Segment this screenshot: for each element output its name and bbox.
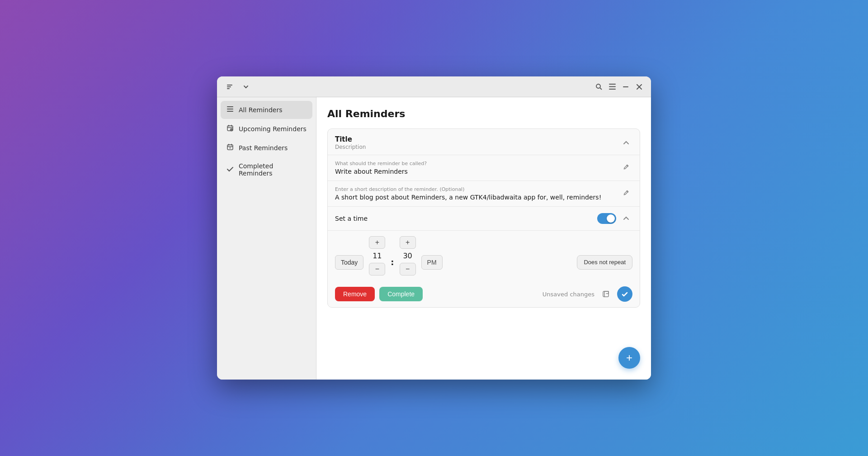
past-icon — [226, 143, 234, 152]
all-reminders-icon — [226, 105, 234, 114]
repeat-label: Does not repeat — [584, 259, 626, 266]
complete-button[interactable]: Complete — [379, 287, 423, 301]
save-button[interactable] — [617, 286, 632, 302]
desc-value: A short blog post about Reminders, a new… — [335, 194, 616, 201]
ampm-value: PM — [427, 259, 437, 266]
minimize-button[interactable] — [619, 81, 632, 93]
desc-label: Enter a short description of the reminde… — [335, 186, 616, 192]
svg-rect-2 — [227, 88, 230, 89]
svg-rect-6 — [609, 86, 616, 87]
hour-decrement[interactable]: − — [369, 263, 385, 276]
unsaved-changes: Unsaved changes — [542, 286, 632, 302]
minimize-icon — [623, 86, 628, 87]
time-picker-row: Today + 11 − : + 30 − — [328, 231, 640, 281]
name-label: What should the reminder be called? — [335, 161, 427, 166]
name-field: What should the reminder be called? Writ… — [335, 161, 427, 175]
time-section-header: Set a time — [328, 207, 640, 231]
svg-line-4 — [600, 88, 602, 90]
reminder-card: Title Description What should the remi — [327, 128, 640, 308]
repeat-button[interactable]: Does not repeat — [577, 255, 632, 270]
titlebar — [217, 76, 651, 97]
titlebar-left — [222, 80, 253, 94]
desc-edit-button[interactable] — [620, 186, 632, 199]
sidebar: All Reminders Upcoming Reminders — [217, 97, 316, 380]
svg-rect-29 — [603, 291, 609, 297]
close-icon — [637, 84, 642, 90]
action-row: Remove Complete Unsaved changes — [328, 281, 640, 307]
date-button[interactable]: Today — [335, 255, 363, 270]
search-icon — [595, 83, 602, 90]
dropdown-button[interactable] — [239, 80, 253, 94]
hamburger-icon — [609, 84, 616, 90]
title-section: Title Description — [328, 129, 640, 155]
name-edit-button[interactable] — [620, 161, 632, 173]
svg-rect-22 — [227, 145, 233, 150]
check-icon — [621, 290, 628, 298]
chevron-down-icon — [243, 84, 249, 90]
time-colon: : — [391, 257, 394, 267]
svg-rect-0 — [227, 85, 232, 86]
sort-icon — [226, 83, 233, 90]
svg-rect-5 — [609, 84, 616, 85]
time-toggle[interactable] — [597, 213, 616, 224]
menu-button[interactable] — [606, 81, 618, 93]
upcoming-icon — [226, 124, 234, 133]
date-value: Today — [341, 259, 358, 266]
titlebar-controls — [592, 81, 646, 93]
svg-rect-13 — [227, 111, 233, 112]
minute-increment[interactable]: + — [400, 236, 416, 249]
close-button[interactable] — [633, 81, 646, 93]
section-subtitle: Description — [335, 144, 366, 150]
sidebar-item-all-label: All Reminders — [239, 106, 282, 114]
desc-field-row: Enter a short description of the reminde… — [328, 181, 640, 207]
main-content: All Reminders Upcoming Reminders — [217, 97, 651, 380]
name-value: Write about Reminders — [335, 168, 427, 175]
remove-button[interactable]: Remove — [335, 287, 375, 301]
hour-block: + 11 − — [369, 236, 385, 276]
svg-rect-1 — [227, 86, 231, 87]
time-collapse-button[interactable] — [620, 212, 632, 225]
svg-point-3 — [596, 84, 600, 88]
discard-icon — [602, 290, 609, 298]
title-section-labels: Title Description — [335, 135, 366, 150]
sidebar-item-all[interactable]: All Reminders — [221, 101, 312, 119]
add-fab-icon: + — [626, 352, 632, 364]
pencil-icon — [623, 164, 629, 170]
add-fab[interactable]: + — [618, 347, 640, 369]
page-title: All Reminders — [327, 108, 640, 119]
pencil-icon-desc — [623, 190, 629, 196]
svg-rect-14 — [228, 106, 229, 107]
sidebar-item-completed[interactable]: Completed Reminders — [221, 158, 312, 181]
desc-field: Enter a short description of the reminde… — [335, 186, 620, 201]
minute-value: 30 — [401, 251, 415, 261]
name-field-row: What should the reminder be called? Writ… — [328, 155, 640, 181]
section-title: Title — [335, 135, 366, 143]
title-collapse-button[interactable] — [620, 137, 632, 149]
minute-decrement[interactable]: − — [400, 263, 416, 276]
discard-button[interactable] — [599, 287, 613, 301]
sidebar-item-completed-label: Completed Reminders — [239, 162, 307, 177]
svg-rect-12 — [227, 109, 233, 109]
svg-rect-8 — [623, 86, 628, 87]
chevron-up-icon — [623, 140, 629, 146]
minute-block: + 30 − — [400, 236, 416, 276]
app-window: All Reminders Upcoming Reminders — [217, 76, 651, 380]
ampm-button[interactable]: PM — [421, 255, 443, 270]
hour-value: 11 — [370, 251, 384, 261]
completed-icon — [226, 165, 234, 174]
time-header-right — [597, 212, 632, 225]
search-button[interactable] — [592, 81, 605, 93]
content-area: All Reminders Title Description — [316, 97, 651, 380]
sidebar-item-upcoming-label: Upcoming Reminders — [239, 125, 307, 133]
svg-rect-7 — [609, 89, 616, 90]
unsaved-changes-text: Unsaved changes — [542, 291, 594, 298]
title-section-header: Title Description — [328, 129, 640, 155]
sidebar-item-past[interactable]: Past Reminders — [221, 139, 312, 157]
time-label: Set a time — [335, 215, 368, 222]
sidebar-item-upcoming[interactable]: Upcoming Reminders — [221, 120, 312, 138]
sort-button[interactable] — [222, 80, 237, 94]
chevron-up-icon-time — [623, 215, 629, 222]
hour-increment[interactable]: + — [369, 236, 385, 249]
sidebar-item-past-label: Past Reminders — [239, 144, 288, 152]
